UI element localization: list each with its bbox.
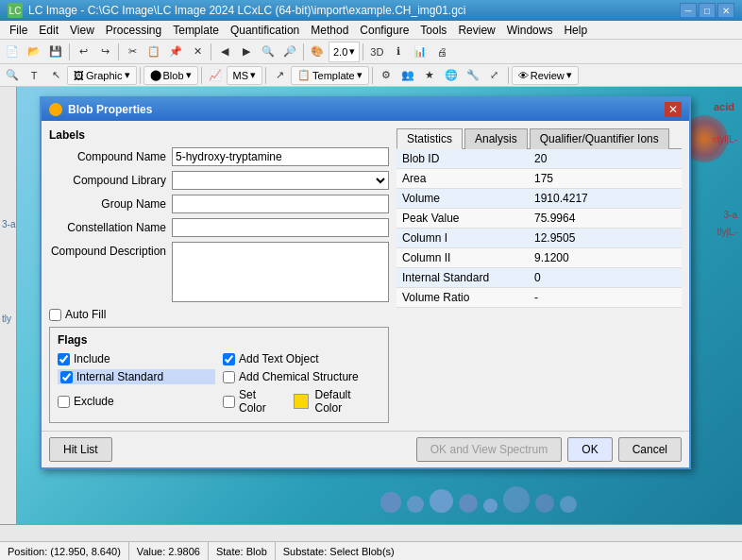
tab-analysis[interactable]: Analysis <box>464 128 528 149</box>
include-checkbox[interactable] <box>58 353 70 365</box>
forward-button[interactable]: ▶ <box>236 42 257 62</box>
paste-button[interactable]: 📌 <box>165 42 186 62</box>
expand-button[interactable]: ⤢ <box>484 66 505 85</box>
menu-edit[interactable]: Edit <box>33 22 64 39</box>
stat-label-volume: Volume <box>396 189 529 209</box>
dialog-body: Labels Compound Name Compound Library Gr… <box>42 121 689 431</box>
color-button[interactable]: 🎨 <box>307 42 328 62</box>
search-button[interactable]: 🔍 <box>2 66 23 85</box>
exclude-flag[interactable]: Exclude <box>58 388 215 415</box>
compound-name-input[interactable] <box>172 147 389 166</box>
menu-quantification[interactable]: Quantification <box>225 22 305 39</box>
zoom-dropdown[interactable]: 2.0 ▾ <box>329 42 360 62</box>
autofill-checkbox-label[interactable]: Auto Fill <box>49 308 106 321</box>
table-row: Volume 1910.4217 <box>396 189 682 209</box>
back-button[interactable]: ◀ <box>214 42 235 62</box>
state-status: State: Blob <box>209 542 276 560</box>
cursor-button[interactable]: ↖ <box>45 66 66 85</box>
minimize-button[interactable]: ─ <box>680 3 697 18</box>
redo-button[interactable]: ↪ <box>94 42 115 62</box>
menu-windows[interactable]: Windows <box>501 22 559 39</box>
save-button[interactable]: 💾 <box>45 42 66 62</box>
menu-help[interactable]: Help <box>558 22 593 39</box>
position-status: Position: (12.950, 8.640) <box>0 542 129 560</box>
menu-view[interactable]: View <box>64 22 100 39</box>
tool-button[interactable]: 🔧 <box>463 66 483 85</box>
compound-name-row: Compound Name <box>49 147 389 166</box>
blob-scatter <box>371 486 742 513</box>
open-button[interactable]: 📂 <box>24 42 44 62</box>
menu-tools[interactable]: Tools <box>414 22 452 39</box>
print-button[interactable]: 🖨 <box>431 42 452 62</box>
template-dropdown[interactable]: 📋 Template ▾ <box>291 66 369 85</box>
ok-button[interactable]: OK <box>567 437 612 462</box>
info-button[interactable]: ℹ <box>388 42 409 62</box>
ok-view-spectrum-button[interactable]: OK and View Spectrum <box>416 437 563 462</box>
sep-t2-1 <box>140 67 141 84</box>
3d-button[interactable]: 3D <box>366 42 387 62</box>
ms-dropdown[interactable]: MS ▾ <box>227 66 263 85</box>
dialog-close-button[interactable]: ✕ <box>665 102 682 117</box>
color-swatch[interactable] <box>294 394 309 409</box>
menu-method[interactable]: Method <box>305 22 354 39</box>
menu-configure[interactable]: Configure <box>354 22 414 39</box>
delete-button[interactable]: ✕ <box>187 42 208 62</box>
undo-button[interactable]: ↩ <box>73 42 93 62</box>
star-button[interactable]: ★ <box>419 66 440 85</box>
set-color-checkbox[interactable] <box>223 396 235 408</box>
autofill-checkbox[interactable] <box>49 309 61 321</box>
close-button[interactable]: ✕ <box>717 3 734 18</box>
menu-file[interactable]: File <box>4 22 33 39</box>
compound-name-label: Compound Name <box>49 150 172 163</box>
toolbar-main: 📄 📂 💾 ↩ ↪ ✂ 📋 📌 ✕ ◀ ▶ 🔍 🔎 🎨 2.0 ▾ 3D ℹ 📊… <box>0 40 742 64</box>
internal-standard-checkbox[interactable] <box>60 371 73 383</box>
review-icon: 👁 <box>518 70 529 81</box>
maximize-button[interactable]: □ <box>699 3 716 18</box>
settings-btn[interactable]: ⚙ <box>376 66 396 85</box>
arrow-button[interactable]: ↗ <box>269 66 290 85</box>
include-flag[interactable]: Include <box>58 352 215 365</box>
exclude-checkbox[interactable] <box>58 396 70 408</box>
table-row: Volume Ratio - <box>396 288 682 308</box>
compound-library-select[interactable] <box>172 171 389 190</box>
bg-label-acid: acid <box>714 101 734 112</box>
table-row: Peak Value 75.9964 <box>396 209 682 229</box>
chart-button[interactable]: 📈 <box>205 66 226 85</box>
cancel-button[interactable]: Cancel <box>618 437 682 462</box>
compound-description-row: Compound Description <box>49 242 389 302</box>
add-text-object-checkbox[interactable] <box>223 353 235 365</box>
internal-standard-flag[interactable]: Internal Standard <box>58 369 215 384</box>
text-button[interactable]: T <box>24 66 44 85</box>
menu-template[interactable]: Template <box>167 22 225 39</box>
cut-button[interactable]: ✂ <box>122 42 143 62</box>
menu-review[interactable]: Review <box>452 22 500 39</box>
add-chemical-structure-flag[interactable]: Add Chemical Structure <box>223 369 380 384</box>
globe-button[interactable]: 🌐 <box>441 66 462 85</box>
compound-description-textarea[interactable] <box>172 242 389 302</box>
report-button[interactable]: 📊 <box>410 42 430 62</box>
hit-list-button[interactable]: Hit List <box>49 437 112 462</box>
substate-status: Substate: Select Blob(s) <box>276 542 742 560</box>
review-dropdown[interactable]: 👁 Review ▾ <box>512 66 579 85</box>
people-button[interactable]: 👥 <box>397 66 418 85</box>
graphic-icon: 🖼 <box>74 70 84 81</box>
copy-button[interactable]: 📋 <box>143 42 164 62</box>
horizontal-ruler: 4.0 6.0 8.0 10.0 12.0 14.0 16.0 18.0 20.… <box>0 524 742 541</box>
zoom-out-button[interactable]: 🔎 <box>279 42 300 62</box>
zoom-in-button[interactable]: 🔍 <box>258 42 278 62</box>
new-button[interactable]: 📄 <box>2 42 23 62</box>
graphic-dropdown[interactable]: 🖼 Graphic ▾ <box>67 66 137 85</box>
tab-statistics[interactable]: Statistics <box>396 128 463 149</box>
add-text-object-flag[interactable]: Add Text Object <box>223 352 380 365</box>
title-bar: LC LC Image - C:\GC Image\LC Image 2024 … <box>0 0 742 21</box>
blob-dropdown[interactable]: ⬤ Blob ▾ <box>143 66 198 85</box>
stat-value-area: 175 <box>529 169 682 189</box>
menu-processing[interactable]: Processing <box>100 22 167 39</box>
constellation-name-input[interactable] <box>172 218 389 237</box>
tab-qualifier-quantifier[interactable]: Qualifier/Quantifier Ions <box>530 128 669 149</box>
group-name-input[interactable] <box>172 195 389 213</box>
add-chemical-structure-checkbox[interactable] <box>223 371 235 383</box>
flags-title: Flags <box>58 333 380 347</box>
sep4 <box>303 43 304 60</box>
sep1 <box>69 43 70 60</box>
